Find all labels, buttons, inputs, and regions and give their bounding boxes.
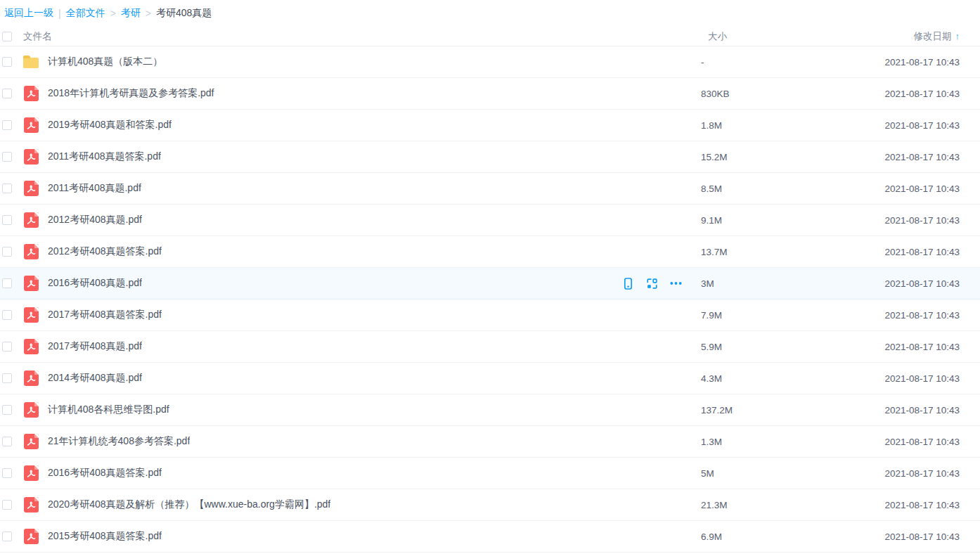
file-type-icon-box [23,497,39,513]
row-checkbox[interactable] [2,468,12,478]
breadcrumb-item-all-files[interactable]: 全部文件 [66,7,105,20]
file-name[interactable]: 21年计算机统考408参考答案.pdf [48,435,190,448]
file-modified-date: 2021-08-17 10:43 [868,532,960,542]
file-size: 137.2M [701,405,868,416]
sort-ascending-arrow-icon: ↑ [955,31,960,41]
table-row[interactable]: 2016考研408真题.pdf 3M 2021-08-17 10:43 [0,268,980,299]
row-checkbox[interactable] [2,247,12,257]
file-modified-date: 2021-08-17 10:43 [868,120,960,131]
table-row[interactable]: 21年计算机统考408参考答案.pdf 1.3M 2021-08-17 10:4… [0,426,980,458]
file-size: 8.5M [701,183,868,194]
file-modified-date: 2021-08-17 10:43 [868,437,960,447]
column-header-size: 大小 [701,30,868,43]
more-dots-icon[interactable] [670,278,682,290]
file-size: 6.9M [701,532,868,542]
table-row[interactable]: 2011考研408真题答案.pdf 15.2M 2021-08-17 10:43 [0,141,980,173]
breadcrumb-pipe-separator: | [58,8,61,19]
file-size: 13.7M [701,247,868,257]
file-name[interactable]: 2012考研408真题.pdf [48,214,142,226]
file-size: 1.8M [701,120,868,131]
file-name[interactable]: 2012考研408真题答案.pdf [48,245,162,258]
qr-code-icon[interactable] [646,278,658,290]
file-name[interactable]: 2017考研408真题答案.pdf [48,309,162,321]
file-type-icon-box [23,371,39,386]
file-name[interactable]: 2018年计算机考研真题及参考答案.pdf [48,87,214,100]
table-row[interactable]: 2017考研408真题答案.pdf 7.9M 2021-08-17 10:43 [0,299,980,331]
file-name[interactable]: 计算机408各科思维导图.pdf [48,404,169,416]
table-row[interactable]: 2012考研408真题.pdf 9.1M 2021-08-17 10:43 [0,205,980,236]
row-checkbox[interactable] [2,183,12,193]
row-checkbox[interactable] [2,342,12,352]
file-type-icon-box [23,86,39,101]
file-size: 830KB [701,89,868,99]
file-rows-container: 计算机408真题（版本二） - 2021-08-17 10:43 2018年计算… [0,46,980,553]
row-hover-actions [622,278,682,290]
breadcrumb-item-kaoyan[interactable]: 考研 [121,7,141,20]
table-row[interactable]: 计算机408真题（版本二） - 2021-08-17 10:43 [0,46,980,78]
pdf-icon [24,307,39,323]
file-name[interactable]: 2019考研408真题和答案.pdf [48,119,172,131]
file-modified-date: 2021-08-17 10:43 [868,215,960,226]
table-header-row: 文件名 大小 修改日期↑ [0,27,980,46]
file-name[interactable]: 2014考研408真题.pdf [48,372,142,385]
table-row[interactable]: 2015考研408真题答案.pdf 6.9M 2021-08-17 10:43 [0,521,980,553]
file-size: 9.1M [701,215,868,226]
file-table: 文件名 大小 修改日期↑ 计算机408真题（版本二） - 2021-08-17 … [0,27,980,553]
pdf-icon [24,529,39,544]
file-name[interactable]: 2020考研408真题及解析（推荐）【www.xue-ba.org学霸网】.pd… [48,498,330,511]
row-checkbox[interactable] [2,120,12,130]
file-type-icon-box [23,212,39,228]
row-checkbox[interactable] [2,278,12,288]
file-name[interactable]: 2015考研408真题答案.pdf [48,530,162,543]
breadcrumb-chevron: > [146,8,151,19]
row-checkbox[interactable] [2,532,12,541]
phone-icon[interactable] [622,278,634,290]
file-type-icon-box [23,402,39,418]
column-header-modified-date[interactable]: 修改日期↑ [868,30,960,43]
row-checkbox[interactable] [2,437,12,446]
row-checkbox[interactable] [2,405,12,415]
file-type-icon-box [23,276,39,291]
column-header-modified-date-label: 修改日期 [914,31,952,41]
file-size: 3M [701,278,868,289]
file-modified-date: 2021-08-17 10:43 [868,373,960,384]
table-row[interactable]: 2012考研408真题答案.pdf 13.7M 2021-08-17 10:43 [0,236,980,268]
file-type-icon-box [23,244,39,259]
file-size: 7.9M [701,310,868,321]
file-type-icon-box [23,54,39,70]
row-checkbox[interactable] [2,57,12,67]
file-name[interactable]: 2011考研408真题.pdf [48,182,141,195]
file-size: 5.9M [701,342,868,352]
file-name[interactable]: 2016考研408真题.pdf [48,277,142,290]
file-size: 1.3M [701,437,868,447]
file-name[interactable]: 2016考研408真题答案.pdf [48,467,162,479]
table-row[interactable]: 2020考研408真题及解析（推荐）【www.xue-ba.org学霸网】.pd… [0,489,980,521]
file-modified-date: 2021-08-17 10:43 [868,152,960,162]
file-name[interactable]: 计算机408真题（版本二） [48,56,162,68]
file-name[interactable]: 2017考研408真题.pdf [48,340,142,353]
select-all-checkbox[interactable] [2,32,12,41]
pdf-icon [24,497,39,513]
table-row[interactable]: 计算机408各科思维导图.pdf 137.2M 2021-08-17 10:43 [0,394,980,426]
table-row[interactable]: 2016考研408真题答案.pdf 5M 2021-08-17 10:43 [0,458,980,489]
table-row[interactable]: 2011考研408真题.pdf 8.5M 2021-08-17 10:43 [0,173,980,205]
file-modified-date: 2021-08-17 10:43 [868,500,960,510]
row-checkbox[interactable] [2,310,12,320]
pdf-icon [24,181,39,196]
row-checkbox[interactable] [2,152,12,162]
row-checkbox[interactable] [2,215,12,225]
row-checkbox[interactable] [2,373,12,383]
file-name[interactable]: 2011考研408真题答案.pdf [48,150,161,163]
breadcrumb-back-link[interactable]: 返回上一级 [4,7,53,20]
row-checkbox[interactable] [2,89,12,98]
table-row[interactable]: 2019考研408真题和答案.pdf 1.8M 2021-08-17 10:43 [0,110,980,141]
file-size: - [701,57,868,67]
table-row[interactable]: 2018年计算机考研真题及参考答案.pdf 830KB 2021-08-17 1… [0,78,980,110]
table-row[interactable]: 2014考研408真题.pdf 4.3M 2021-08-17 10:43 [0,363,980,394]
pdf-icon [24,149,39,165]
pdf-icon [24,276,39,291]
row-checkbox[interactable] [2,500,12,510]
file-modified-date: 2021-08-17 10:43 [868,89,960,99]
pdf-icon [24,402,39,418]
table-row[interactable]: 2017考研408真题.pdf 5.9M 2021-08-17 10:43 [0,331,980,363]
